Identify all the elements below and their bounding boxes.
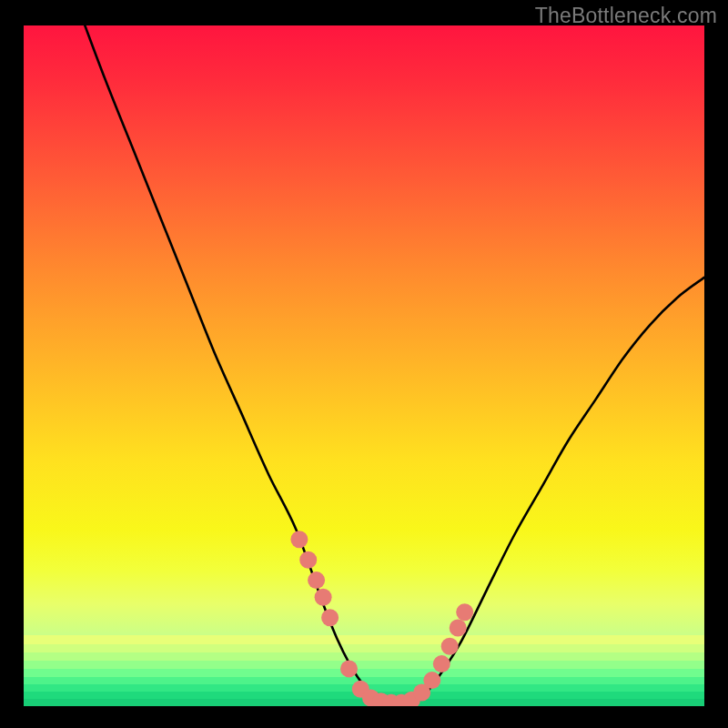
marker-dot — [450, 620, 467, 637]
marker-dot — [441, 638, 459, 655]
marker-dot — [423, 672, 440, 689]
plot-area — [24, 25, 704, 706]
marker-group — [290, 531, 473, 706]
curve-layer — [24, 25, 704, 706]
marker-dot — [433, 655, 450, 672]
watermark-text: TheBottleneck.com — [535, 4, 717, 28]
marker-dot — [290, 531, 308, 548]
bottleneck-curve-path — [85, 25, 704, 703]
marker-dot — [315, 589, 332, 606]
chart-frame: TheBottleneck.com — [0, 0, 728, 728]
marker-dot — [299, 551, 317, 569]
marker-dot — [308, 571, 325, 589]
marker-dot — [456, 603, 473, 621]
marker-dot — [340, 660, 358, 677]
marker-dot — [321, 609, 339, 626]
